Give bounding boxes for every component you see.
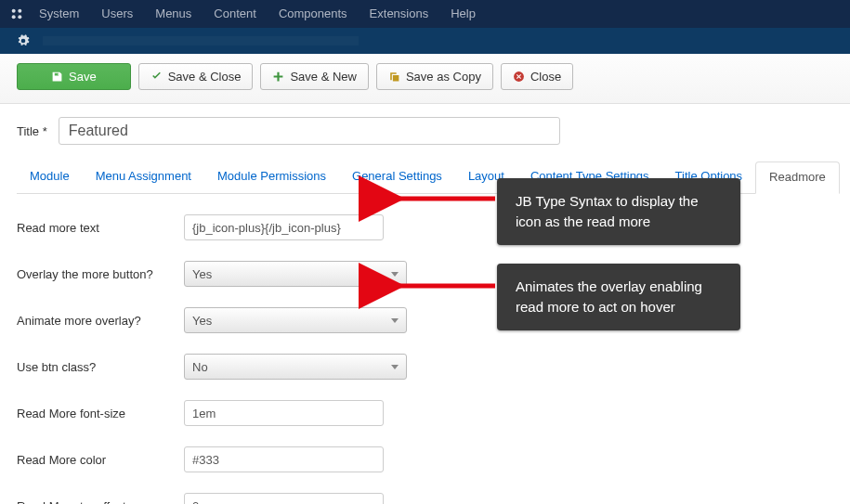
select-overlay-more-value: Yes xyxy=(192,267,212,281)
chevron-down-icon xyxy=(391,318,399,323)
annotation-arrow-2 xyxy=(388,275,500,300)
cancel-icon xyxy=(513,71,525,83)
title-row: Title * xyxy=(17,117,833,145)
plus-icon xyxy=(272,71,284,83)
save-label: Save xyxy=(69,70,97,84)
save-button[interactable]: Save xyxy=(17,63,131,90)
nav-extensions[interactable]: Extensions xyxy=(360,0,438,28)
field-color: Read More color xyxy=(17,446,833,472)
svg-point-0 xyxy=(12,9,16,13)
check-icon xyxy=(150,71,163,83)
required-marker: * xyxy=(43,124,47,138)
annotation-arrow-1 xyxy=(388,187,500,213)
nav-system[interactable]: System xyxy=(30,0,88,28)
title-label: Title * xyxy=(17,124,47,138)
tab-readmore[interactable]: Readmore xyxy=(755,162,840,194)
save-close-label: Save & Close xyxy=(168,70,242,84)
svg-point-1 xyxy=(18,9,21,13)
nav-help[interactable]: Help xyxy=(441,0,485,28)
save-copy-label: Save as Copy xyxy=(406,70,481,84)
select-use-btn-class-value: No xyxy=(192,360,208,374)
annotation-callout-2: Animates the overlay enabling read more … xyxy=(497,264,740,330)
copy-icon xyxy=(388,71,400,83)
top-navbar: System Users Menus Content Components Ex… xyxy=(0,0,850,28)
title-input[interactable] xyxy=(59,117,560,145)
save-close-button[interactable]: Save & Close xyxy=(138,63,254,90)
tab-menu-assignment[interactable]: Menu Assignment xyxy=(83,162,204,193)
field-font-size: Read More font-size xyxy=(17,400,833,426)
tab-module[interactable]: Module xyxy=(17,162,83,193)
close-button[interactable]: Close xyxy=(501,63,573,90)
nav-menus[interactable]: Menus xyxy=(146,0,201,28)
label-font-size: Read More font-size xyxy=(17,407,184,420)
field-use-btn-class: Use btn class? No xyxy=(17,354,833,380)
title-label-text: Title xyxy=(17,124,39,138)
apply-icon xyxy=(51,71,63,83)
label-color: Read More color xyxy=(17,453,184,467)
nav-components[interactable]: Components xyxy=(269,0,357,28)
action-toolbar: Save Save & Close Save & New Save as Cop… xyxy=(0,54,850,104)
tab-module-permissions[interactable]: Module Permissions xyxy=(204,162,339,193)
label-read-more-text: Read more text xyxy=(17,221,184,235)
label-animate-overlay: Animate more overlay? xyxy=(17,314,184,328)
label-overlay-more: Overlay the more button? xyxy=(17,267,184,281)
page-subhead xyxy=(0,28,850,54)
input-font-size[interactable] xyxy=(184,400,384,426)
chevron-down-icon xyxy=(391,365,399,369)
select-overlay-more[interactable]: Yes xyxy=(184,261,407,287)
select-animate-overlay[interactable]: Yes xyxy=(184,307,407,333)
nav-users[interactable]: Users xyxy=(92,0,142,28)
joomla-logo-icon xyxy=(7,5,26,23)
select-animate-overlay-value: Yes xyxy=(192,314,212,328)
svg-point-3 xyxy=(18,15,21,19)
annotation-callout-1: JB Type Syntax to display the icon as th… xyxy=(497,178,740,245)
input-color[interactable] xyxy=(184,446,384,472)
save-new-button[interactable]: Save & New xyxy=(260,63,369,90)
svg-point-2 xyxy=(12,15,16,19)
field-topoffset: Read More topoffset xyxy=(17,493,833,504)
select-use-btn-class[interactable]: No xyxy=(184,354,407,380)
page-title xyxy=(43,36,359,45)
input-topoffset[interactable] xyxy=(184,493,384,504)
close-label: Close xyxy=(530,70,561,84)
label-use-btn-class: Use btn class? xyxy=(17,360,184,374)
label-topoffset: Read More topoffset xyxy=(17,499,184,505)
input-read-more-text[interactable] xyxy=(184,214,384,240)
save-copy-button[interactable]: Save as Copy xyxy=(376,63,493,90)
nav-content[interactable]: Content xyxy=(204,0,266,28)
save-new-label: Save & New xyxy=(290,70,357,84)
cog-icon xyxy=(17,34,30,47)
